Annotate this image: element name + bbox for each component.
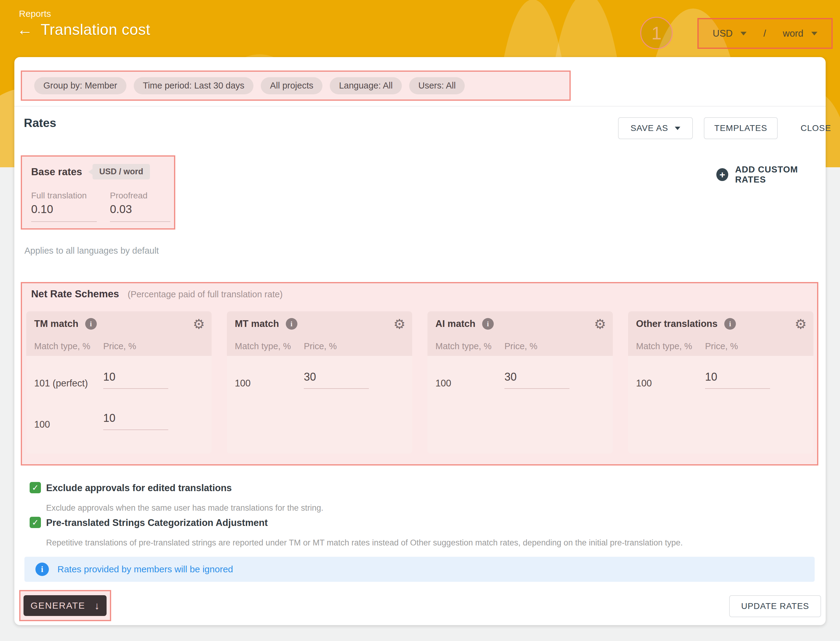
rate-card-other-translations: Other translations i ⚙ Match type, % Pri… bbox=[628, 311, 813, 454]
page-title-row: ← Translation cost bbox=[17, 21, 150, 39]
base-rates-title: Base rates bbox=[31, 166, 82, 178]
price-column-header: Price, % bbox=[103, 341, 136, 351]
update-rates-label: UPDATE RATES bbox=[741, 601, 809, 611]
info-banner-text: Rates provided by members will be ignore… bbox=[57, 564, 233, 575]
save-as-label: SAVE AS bbox=[630, 123, 668, 133]
gear-icon[interactable]: ⚙ bbox=[594, 316, 606, 332]
filters-highlight-box: Group by: Member Time period: Last 30 da… bbox=[21, 71, 571, 101]
price-input[interactable]: 30 bbox=[505, 370, 517, 383]
rate-card-title: TM match bbox=[34, 318, 79, 329]
filter-chip-group-by[interactable]: Group by: Member bbox=[34, 77, 126, 94]
match-type-value: 101 (perfect) bbox=[34, 378, 88, 389]
price-input[interactable]: 30 bbox=[304, 370, 316, 383]
rate-card-tm-match: TM match i ⚙ Match type, % Price, % 101 … bbox=[26, 311, 211, 454]
filter-chip-users[interactable]: Users: All bbox=[409, 77, 465, 94]
match-type-column-header: Match type, % bbox=[34, 341, 90, 351]
page-title: Translation cost bbox=[40, 21, 150, 39]
match-type-value: 100 bbox=[34, 419, 50, 430]
price-input[interactable]: 10 bbox=[103, 370, 115, 383]
filter-chip-time-period[interactable]: Time period: Last 30 days bbox=[134, 77, 254, 94]
add-custom-rates-button[interactable]: + ADD CUSTOM RATES bbox=[716, 164, 825, 185]
match-type-value: 100 bbox=[636, 378, 652, 389]
unit-value: word bbox=[783, 28, 803, 39]
templates-label: TEMPLATES bbox=[714, 123, 767, 133]
gear-icon[interactable]: ⚙ bbox=[193, 316, 205, 332]
report-settings-card: Group by: Member Time period: Last 30 da… bbox=[15, 57, 825, 625]
download-arrow-icon: ↓ bbox=[94, 600, 100, 612]
price-input[interactable]: 10 bbox=[705, 370, 717, 383]
match-type-column-header: Match type, % bbox=[435, 341, 492, 351]
gear-icon[interactable]: ⚙ bbox=[393, 316, 405, 332]
pretranslated-adjustment-checkbox[interactable]: ✓ bbox=[30, 517, 41, 528]
input-underline bbox=[103, 388, 168, 389]
net-rate-schemes-title: Net Rate Schemes bbox=[31, 288, 119, 300]
proofread-label: Proofread bbox=[110, 191, 147, 201]
info-icon[interactable]: i bbox=[724, 318, 736, 330]
filter-chip-language[interactable]: Language: All bbox=[330, 77, 402, 94]
info-icon[interactable]: i bbox=[85, 318, 97, 330]
exclude-approvals-checkbox[interactable]: ✓ bbox=[30, 482, 41, 493]
input-underline bbox=[103, 430, 168, 430]
input-underline bbox=[505, 388, 569, 389]
info-banner: i Rates provided by members will be igno… bbox=[24, 557, 815, 582]
chevron-down-icon bbox=[675, 127, 680, 130]
templates-button[interactable]: TEMPLATES bbox=[704, 117, 778, 139]
proofread-input[interactable]: 0.03 bbox=[110, 203, 132, 216]
applies-note: Applies to all languages by default bbox=[24, 246, 159, 256]
rate-card-ai-match: AI match i ⚙ Match type, % Price, % 100 … bbox=[427, 311, 613, 454]
update-rates-button[interactable]: UPDATE RATES bbox=[729, 595, 821, 617]
gear-icon[interactable]: ⚙ bbox=[795, 316, 807, 332]
price-input[interactable]: 10 bbox=[103, 412, 115, 425]
add-custom-rates-label: ADD CUSTOM RATES bbox=[735, 164, 825, 185]
input-underline bbox=[304, 388, 369, 389]
close-button[interactable]: CLOSE bbox=[796, 117, 836, 139]
rates-section-title: Rates bbox=[24, 116, 56, 130]
price-column-header: Price, % bbox=[705, 341, 738, 351]
rate-card-title: MT match bbox=[235, 318, 279, 329]
pretranslated-adjustment-label: Pre-translated Strings Categorization Ad… bbox=[46, 517, 268, 528]
input-underline bbox=[31, 221, 97, 222]
price-column-header: Price, % bbox=[304, 341, 337, 351]
base-rates-title-row: Base rates USD / word bbox=[31, 164, 150, 179]
currency-unit-selector: USD / word bbox=[697, 18, 833, 49]
exclude-approvals-description: Exclude approvals when the same user has… bbox=[46, 503, 323, 513]
rate-card-title-row: Other translations i bbox=[636, 318, 736, 330]
chevron-down-icon bbox=[811, 32, 817, 35]
match-type-column-header: Match type, % bbox=[636, 341, 692, 351]
match-type-column-header: Match type, % bbox=[235, 341, 291, 351]
base-rates-highlight-box: Base rates USD / word Full translation 0… bbox=[21, 155, 175, 230]
plus-icon: + bbox=[716, 168, 728, 181]
net-rate-schemes-title-row: Net Rate Schemes (Percentage paid of ful… bbox=[31, 288, 283, 300]
back-arrow-icon[interactable]: ← bbox=[17, 22, 33, 37]
divider bbox=[15, 106, 825, 106]
input-underline bbox=[110, 221, 170, 222]
net-rate-schemes-highlight-box: Net Rate Schemes (Percentage paid of ful… bbox=[21, 282, 818, 465]
rate-card-title-row: AI match i bbox=[435, 318, 494, 330]
filter-chip-projects[interactable]: All projects bbox=[261, 77, 322, 94]
breadcrumb[interactable]: Reports bbox=[19, 8, 51, 19]
unit-dropdown[interactable]: word bbox=[783, 28, 817, 39]
base-rates-unit-badge: USD / word bbox=[92, 164, 150, 179]
generate-label: GENERATE bbox=[31, 601, 85, 611]
generate-button[interactable]: GENERATE ↓ bbox=[24, 595, 106, 616]
rate-card-title: Other translations bbox=[636, 318, 717, 329]
exclude-approvals-label: Exclude approvals for edited translation… bbox=[46, 483, 232, 494]
rate-card-mt-match: MT match i ⚙ Match type, % Price, % 100 … bbox=[227, 311, 412, 454]
chevron-down-icon bbox=[740, 32, 746, 35]
unit-separator: / bbox=[763, 28, 766, 39]
info-icon[interactable]: i bbox=[482, 318, 494, 330]
input-underline bbox=[705, 388, 770, 389]
full-translation-input[interactable]: 0.10 bbox=[31, 203, 53, 216]
info-icon[interactable]: i bbox=[286, 318, 297, 330]
rate-card-title-row: MT match i bbox=[235, 318, 297, 330]
info-icon: i bbox=[35, 562, 49, 576]
match-type-value: 100 bbox=[435, 378, 451, 389]
save-as-button[interactable]: SAVE AS bbox=[618, 117, 693, 139]
currency-value: USD bbox=[713, 28, 732, 39]
full-translation-label: Full translation bbox=[31, 191, 87, 201]
annotation-circle-1: 1 bbox=[640, 17, 673, 49]
net-rate-schemes-subtitle: (Percentage paid of full translation rat… bbox=[127, 289, 283, 300]
currency-dropdown[interactable]: USD bbox=[713, 28, 746, 39]
rate-card-title: AI match bbox=[435, 318, 476, 329]
rate-card-title-row: TM match i bbox=[34, 318, 97, 330]
